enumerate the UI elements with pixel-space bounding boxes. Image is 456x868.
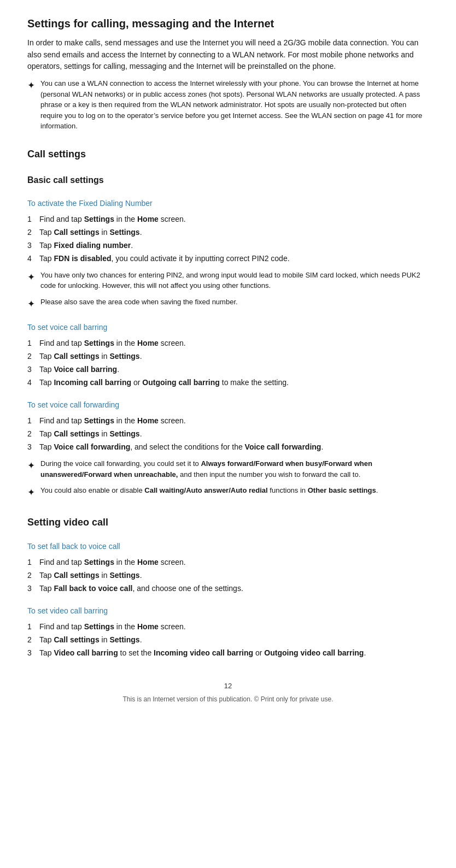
tip-icon-1: ✦ [27,79,35,132]
fdn-step-1: 1 Find and tap Settings in the Home scre… [27,214,429,225]
fdn-steps-list: 1 Find and tap Settings in the Home scre… [27,214,429,264]
tip-icon-3: ✦ [27,297,35,311]
forwarding-section-title: To set voice call forwarding [27,399,429,411]
step-num: 1 [27,338,35,349]
barring-step-4: 4 Tap Incoming call barring or Outgoing … [27,377,429,388]
fdn-step-3: 3 Tap Fixed dialing number. [27,240,429,251]
forwarding-tip2: ✦ You could also enable or disable Call … [27,485,429,500]
forwarding-tip2-text: You could also enable or disable Call wa… [40,485,378,500]
step-num: 4 [27,377,35,388]
step-num: 3 [27,240,35,251]
fallback-steps-list: 1 Find and tap Settings in the Home scre… [27,557,429,594]
fdn-step-4: 4 Tap FDN is disabled, you could activat… [27,253,429,264]
footer-legal-text: This is an Internet version of this publ… [27,694,429,704]
fallback-section-title: To set fall back to voice call [27,541,429,552]
intro-paragraph: In order to make calls, send messages an… [27,37,429,73]
step-num: 2 [27,428,35,440]
step-num: 3 [27,647,35,659]
step-num: 4 [27,253,35,264]
barring-step-1: 1 Find and tap Settings in the Home scre… [27,338,429,349]
forwarding-tip1: ✦ During the voice call forwarding, you … [27,458,429,480]
fdn-step-2: 2 Tap Call settings in Settings. [27,227,429,238]
step-num: 3 [27,583,35,594]
fallback-step-3: 3 Tap Fall back to voice call, and choos… [27,583,429,594]
main-heading: Settings for calling, messaging and the … [27,16,429,31]
barring-step-3: 3 Tap Voice call barring. [27,364,429,375]
video-call-heading: Setting video call [27,515,429,530]
forwarding-step-3: 3 Tap Voice call forwarding, and select … [27,441,429,453]
barring-section-title: To set voice call barring [27,322,429,333]
step-num: 2 [27,570,35,581]
video-barring-step-2: 2 Tap Call settings in Settings. [27,634,429,646]
barring-steps-list: 1 Find and tap Settings in the Home scre… [27,338,429,388]
wlan-tip: ✦ You can use a WLAN connection to acces… [27,78,429,132]
call-settings-heading: Call settings [27,147,429,162]
basic-call-settings-heading: Basic call settings [27,174,429,187]
fdn-section-title: To activate the Fixed Dialing Number [27,198,429,209]
step-num: 2 [27,634,35,646]
step-num: 1 [27,214,35,225]
barring-step-2: 2 Tap Call settings in Settings. [27,351,429,362]
fdn-tip2-text: Please also save the area code when savi… [40,297,238,311]
step-num: 1 [27,415,35,427]
forwarding-tip1-text: During the voice call forwarding, you co… [40,458,423,480]
step-num: 3 [27,441,35,453]
fallback-step-2: 2 Tap Call settings in Settings. [27,570,429,581]
fallback-step-1: 1 Find and tap Settings in the Home scre… [27,557,429,568]
tip-icon-4: ✦ [27,459,35,480]
fdn-tip2: ✦ Please also save the area code when sa… [27,297,429,311]
wlan-tip-text: You can use a WLAN connection to access … [40,78,423,132]
forwarding-step-1: 1 Find and tap Settings in the Home scre… [27,415,429,427]
video-barring-steps-list: 1 Find and tap Settings in the Home scre… [27,621,429,659]
fdn-tip1-text: You have only two chances for entering P… [40,270,423,291]
video-barring-section-title: To set video call barring [27,605,429,617]
step-num: 2 [27,351,35,362]
step-num: 1 [27,557,35,568]
page-number: 12 [27,681,429,692]
fdn-tip1: ✦ You have only two chances for entering… [27,270,429,291]
tip-icon-5: ✦ [27,486,35,500]
tip-icon-2: ✦ [27,270,35,291]
step-num: 2 [27,227,35,238]
forwarding-steps-list: 1 Find and tap Settings in the Home scre… [27,415,429,453]
step-num: 3 [27,364,35,375]
video-barring-step-3: 3 Tap Video call barring to set the Inco… [27,647,429,659]
forwarding-step-2: 2 Tap Call settings in Settings. [27,428,429,440]
step-num: 1 [27,621,35,633]
video-barring-step-1: 1 Find and tap Settings in the Home scre… [27,621,429,633]
